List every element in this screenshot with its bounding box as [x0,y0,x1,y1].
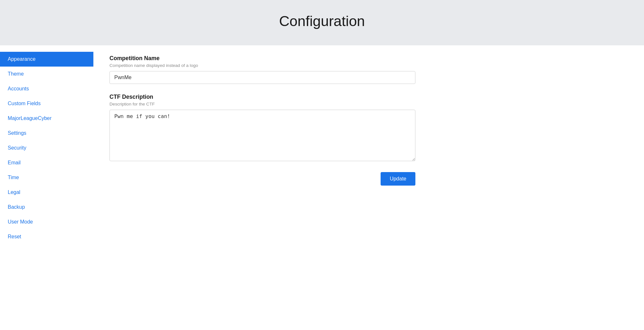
sidebar-item-email[interactable]: Email [0,155,93,170]
sidebar-item-time[interactable]: Time [0,170,93,185]
competition-name-input[interactable] [109,71,415,84]
ctf-description-textarea[interactable] [109,110,415,161]
competition-name-label: Competition Name [109,55,415,62]
page-header: Configuration [0,0,644,45]
sidebar-item-custom-fields[interactable]: Custom Fields [0,96,93,111]
sidebar-item-reset[interactable]: Reset [0,229,93,244]
page-title: Configuration [0,13,644,29]
sidebar-item-appearance[interactable]: Appearance [0,52,93,67]
sidebar-item-user-mode[interactable]: User Mode [0,215,93,229]
sidebar-item-accounts[interactable]: Accounts [0,81,93,96]
sidebar-item-theme[interactable]: Theme [0,67,93,81]
sidebar-item-settings[interactable]: Settings [0,126,93,141]
competition-name-group: Competition Name Competition name displa… [109,55,415,84]
ctf-description-description: Description for the CTF [109,102,415,106]
sidebar-item-legal[interactable]: Legal [0,185,93,200]
ctf-description-label: CTF Description [109,94,415,100]
sidebar-item-backup[interactable]: Backup [0,200,93,215]
sidebar: AppearanceThemeAccountsCustom FieldsMajo… [0,45,93,330]
form-section: Competition Name Competition name displa… [109,55,415,186]
competition-name-description: Competition name displayed instead of a … [109,63,415,68]
form-actions: Update [109,172,415,186]
ctf-description-group: CTF Description Description for the CTF [109,94,415,162]
update-button[interactable]: Update [381,172,415,186]
content-area: AppearanceThemeAccountsCustom FieldsMajo… [0,45,644,330]
sidebar-item-security[interactable]: Security [0,141,93,155]
sidebar-item-majorleaguecyber[interactable]: MajorLeagueCyber [0,111,93,126]
main-content: Competition Name Competition name displa… [93,45,644,330]
